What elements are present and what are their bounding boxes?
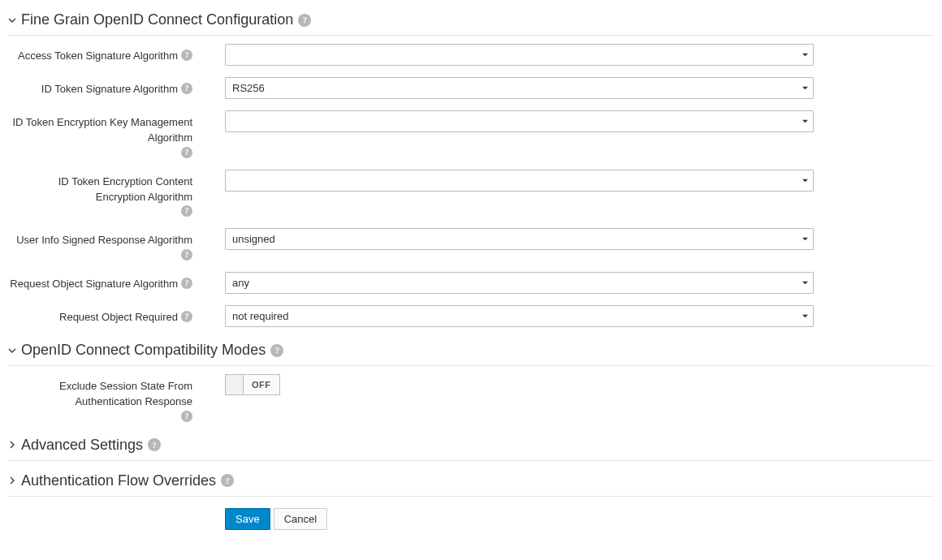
section-title: Advanced Settings: [21, 437, 143, 454]
select-id-token-sig[interactable]: RS256: [225, 77, 814, 99]
section-fine-grain: Fine Grain OpenID Connect Configuration …: [8, 8, 934, 327]
field-exclude-session-state: Exclude Session State From Authenticatio…: [8, 374, 934, 422]
help-icon[interactable]: ?: [181, 311, 192, 322]
select-request-obj-sig[interactable]: any: [225, 272, 814, 294]
chevron-right-icon: [8, 476, 19, 485]
section-title: OpenID Connect Compatibility Modes: [21, 342, 266, 359]
field-label: ID Token Encryption Content Encryption A…: [8, 170, 201, 218]
help-icon[interactable]: ?: [270, 344, 283, 357]
field-label: ID Token Signature Algorithm ?: [8, 77, 201, 97]
field-label: Request Object Signature Algorithm ?: [8, 272, 201, 292]
select-id-token-enc-content[interactable]: [225, 170, 814, 192]
section-auth-flow: Authentication Flow Overrides ?: [8, 469, 934, 497]
save-button[interactable]: Save: [225, 508, 270, 530]
toggle-state: OFF: [244, 375, 279, 394]
field-id-token-enc-key: ID Token Encryption Key Management Algor…: [8, 110, 934, 158]
help-icon[interactable]: ?: [181, 205, 192, 217]
field-label: Access Token Signature Algorithm ?: [8, 44, 201, 64]
section-title: Fine Grain OpenID Connect Configuration: [21, 11, 293, 28]
section-header-advanced[interactable]: Advanced Settings ?: [8, 433, 934, 461]
field-request-obj-required: Request Object Required ? not required: [8, 305, 934, 327]
help-icon[interactable]: ?: [148, 438, 161, 451]
select-request-obj-required[interactable]: not required: [225, 305, 814, 327]
field-request-obj-sig: Request Object Signature Algorithm ? any: [8, 272, 934, 294]
help-icon[interactable]: ?: [181, 147, 192, 158]
section-advanced: Advanced Settings ?: [8, 433, 934, 461]
section-title: Authentication Flow Overrides: [21, 472, 216, 489]
chevron-down-icon: [8, 16, 19, 24]
section-header-fine-grain[interactable]: Fine Grain OpenID Connect Configuration …: [8, 8, 934, 36]
field-label: Exclude Session State From Authenticatio…: [8, 374, 201, 422]
help-icon[interactable]: ?: [298, 14, 311, 27]
field-label: ID Token Encryption Key Management Algor…: [8, 110, 201, 158]
section-header-compat-modes[interactable]: OpenID Connect Compatibility Modes ?: [8, 338, 934, 366]
toggle-handle: [226, 375, 244, 394]
chevron-down-icon: [8, 347, 19, 355]
field-id-token-sig: ID Token Signature Algorithm ? RS256: [8, 77, 934, 99]
field-label: Request Object Required ?: [8, 305, 201, 325]
field-id-token-enc-content: ID Token Encryption Content Encryption A…: [8, 170, 934, 218]
toggle-exclude-session-state[interactable]: OFF: [225, 374, 280, 395]
field-access-token-sig: Access Token Signature Algorithm ?: [8, 44, 934, 66]
help-icon[interactable]: ?: [221, 474, 234, 487]
select-id-token-enc-key[interactable]: [225, 110, 814, 132]
chevron-right-icon: [8, 441, 19, 449]
select-user-info-signed[interactable]: unsigned: [225, 228, 814, 250]
select-access-token-sig[interactable]: [225, 44, 814, 66]
field-label: User Info Signed Response Algorithm ?: [8, 228, 201, 261]
field-user-info-signed: User Info Signed Response Algorithm ? un…: [8, 228, 934, 261]
form-buttons: Save Cancel: [8, 508, 934, 530]
help-icon[interactable]: ?: [181, 249, 192, 261]
section-header-auth-flow[interactable]: Authentication Flow Overrides ?: [8, 469, 934, 497]
section-compat-modes: OpenID Connect Compatibility Modes ? Exc…: [8, 338, 934, 422]
help-icon[interactable]: ?: [181, 278, 192, 289]
cancel-button[interactable]: Cancel: [274, 508, 327, 530]
help-icon[interactable]: ?: [181, 83, 192, 94]
help-icon[interactable]: ?: [181, 50, 192, 61]
help-icon[interactable]: ?: [181, 411, 192, 422]
